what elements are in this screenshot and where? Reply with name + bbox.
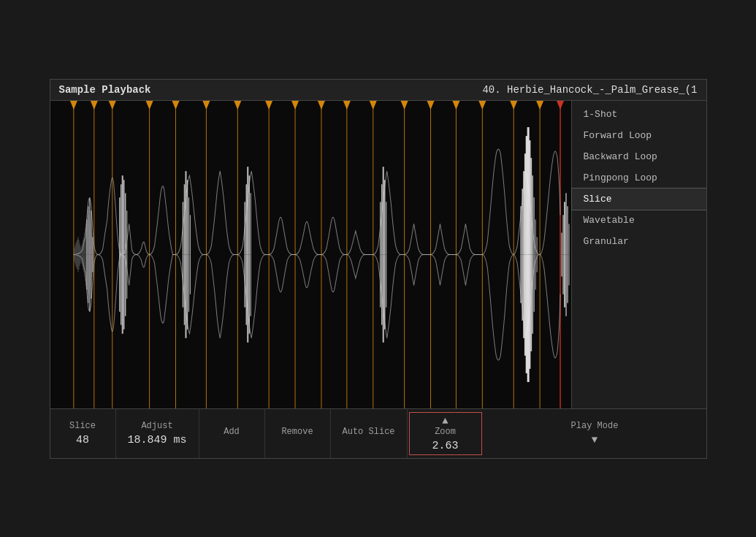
dropdown-item-slice[interactable]: Slice [572,188,706,210]
adjust-label: Adjust [141,421,172,431]
dropdown-item-1shot[interactable]: 1-Shot [572,104,706,125]
zoom-control[interactable]: ▲ Zoom 2.63 [409,412,482,455]
slice-value: 48 [76,434,89,446]
zoom-label: Zoom [435,427,456,437]
dropdown-item-granular[interactable]: Granular [572,231,706,252]
zoom-value: 2.63 [432,440,459,452]
play-mode-dropdown[interactable]: 1-Shot Forward Loop Backward Loop Pingpo… [571,101,706,408]
title-right: 40. Herbie_Hancock_-_Palm_Grease_(1 [482,84,697,96]
main-container: Sample Playback 40. Herbie_Hancock_-_Pal… [50,79,707,459]
add-control[interactable]: Add [199,409,265,458]
dropdown-item-backwardloop[interactable]: Backward Loop [572,146,706,167]
slice-label: Slice [69,421,96,431]
title-left: Sample Playback [59,84,151,96]
play-mode-label: Play Mode [571,421,619,431]
autoslice-control[interactable]: Auto Slice [331,409,408,458]
play-mode-control[interactable]: Play Mode ▼ [484,409,706,458]
autoslice-label: Auto Slice [343,427,395,437]
zoom-up-arrow[interactable]: ▲ [442,415,448,427]
waveform-area [50,101,571,408]
adjust-control: Adjust 18.849 ms [116,409,199,458]
svg-rect-0 [50,101,571,408]
remove-control[interactable]: Remove [265,409,331,458]
slice-control: Slice 48 [50,409,116,458]
remove-label: Remove [281,427,313,437]
title-bar: Sample Playback 40. Herbie_Hancock_-_Pal… [50,80,706,101]
dropdown-item-forwardloop[interactable]: Forward Loop [572,125,706,146]
content-area: 1-Shot Forward Loop Backward Loop Pingpo… [50,101,706,408]
play-mode-arrow[interactable]: ▼ [592,434,597,446]
bottom-bar: Slice 48 Adjust 18.849 ms Add Remove Aut… [50,408,706,458]
add-label: Add [224,427,240,437]
adjust-value: 18.849 ms [128,434,187,446]
dropdown-item-wavetable[interactable]: Wavetable [572,210,706,231]
dropdown-item-pingpongloop[interactable]: Pingpong Loop [572,167,706,188]
waveform-svg [50,101,571,408]
